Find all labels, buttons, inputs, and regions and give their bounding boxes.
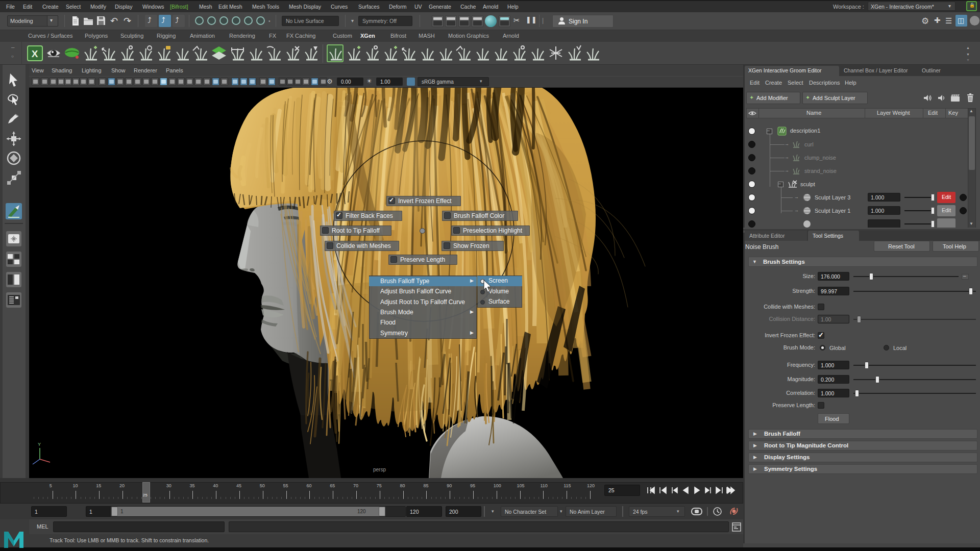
svg-text:Y: Y [38,442,41,447]
svg-text:persp: persp [373,467,386,472]
svg-text:X: X [32,48,38,59]
